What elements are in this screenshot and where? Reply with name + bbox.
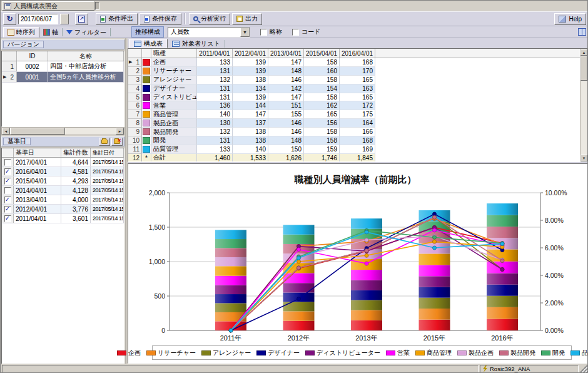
subtoolbar: 時序列 軸 フィルター 推移構成 人員数 ▼ 略称 コード — [1, 26, 588, 38]
basedate-checkbox[interactable]: ✓ — [4, 206, 11, 213]
composition-row[interactable]: 11品質管理133140150159169 — [128, 145, 580, 154]
basedate-row[interactable]: ✓2013/04/014,0002017/05/14 15:35:1 — [2, 195, 124, 205]
basedate-row[interactable]: 2014/04/014,1282017/05/14 15:35:1 — [2, 186, 124, 195]
composition-row[interactable]: 3アレンジャー132138146158165 — [128, 76, 580, 84]
count-cell: 164 — [340, 119, 375, 128]
basedate-row[interactable]: ✓2016/04/014,5812017/05/14 15:35:1 — [2, 167, 124, 176]
svg-text:2016年: 2016年 — [491, 334, 513, 342]
basedate-when-cell: 2017/05/14 15:35:1 — [91, 158, 124, 166]
series-color-swatch — [143, 111, 150, 118]
app-icon — [4, 3, 11, 9]
count-cell: 139 — [233, 58, 268, 67]
count-cell: 138 — [233, 128, 268, 136]
save-conditions-button[interactable]: 条件保存 — [139, 13, 181, 25]
date-column-header[interactable]: 2011/04/01 — [197, 49, 233, 58]
tab-timeseries[interactable]: 時序列 — [3, 27, 39, 38]
legend-swatch — [117, 350, 126, 355]
tab-composition-table[interactable]: 構成表 — [129, 39, 168, 48]
basedate-row[interactable]: 2017/04/014,6442017/05/14 15:35:1 — [2, 158, 124, 167]
series-color-swatch — [143, 94, 150, 101]
row-number: 9 — [128, 128, 142, 136]
composition-row[interactable]: 4デザイナー131134142154163 — [128, 84, 580, 93]
composition-row[interactable]: 7商品管理140147155165175 — [128, 110, 580, 119]
composition-row[interactable]: 8製品企画130137146156164 — [128, 119, 580, 128]
list-icon — [172, 41, 180, 47]
basedate-checkbox[interactable]: ✓ — [4, 197, 11, 203]
count-cell: 146 — [268, 76, 304, 84]
refresh-button[interactable]: ↻ — [3, 13, 16, 25]
date-picker-button[interactable] — [60, 14, 69, 24]
resize-grip[interactable] — [580, 365, 587, 372]
composition-row[interactable]: 9製品開発132138146158166 — [128, 128, 580, 136]
count-cell: 158 — [304, 128, 340, 136]
abbr-checkbox[interactable] — [260, 29, 267, 36]
job-column-header[interactable]: 職種 — [151, 49, 197, 58]
row-number: 8 — [128, 119, 142, 128]
composition-row[interactable]: ▶1企画133139147158168 — [128, 58, 580, 67]
tab-target-list[interactable]: 対象者リスト — [168, 40, 225, 48]
filter-icon — [66, 30, 73, 34]
version-hscrollbar[interactable]: ◄ ► — [1, 127, 124, 135]
scroll-down-icon[interactable]: ▼ — [580, 155, 587, 161]
scroll-up-icon[interactable]: ▲ — [580, 49, 587, 56]
count-cell: 155 — [268, 110, 304, 119]
total-marker: * — [142, 154, 151, 161]
svg-text:1,000: 1,000 — [149, 258, 165, 265]
date-column-header[interactable]: 2015/04/01 — [304, 49, 340, 58]
version-row[interactable]: 10002四国・中部店舗分析 — [2, 61, 124, 72]
open-window-button[interactable] — [75, 13, 88, 25]
date-input[interactable] — [18, 14, 58, 24]
scroll-right-icon[interactable]: ► — [116, 128, 124, 135]
legend-swatch — [201, 350, 211, 355]
composition-total-row[interactable]: 12*合計1,4601,5331,6261,7461,845 — [128, 154, 580, 161]
tab-axis[interactable]: 軸 — [39, 28, 63, 36]
columns-view-icon[interactable] — [578, 28, 586, 36]
date-column-header[interactable]: 2012/04/01 — [233, 49, 268, 58]
composition-row[interactable]: 10開発131138148158168 — [128, 136, 580, 145]
basedate-count-column[interactable]: 集計件数 — [61, 148, 91, 157]
basedate-row[interactable]: ✓2015/04/014,2932017/05/14 15:35:1 — [2, 176, 124, 186]
row-number: 4 — [128, 84, 142, 93]
help-button[interactable]: Help — [554, 13, 586, 25]
folder-open-button[interactable] — [99, 138, 110, 146]
run-analysis-button[interactable]: 分析実行 — [189, 13, 230, 25]
count-cell: 151 — [268, 101, 304, 110]
scroll-left-icon[interactable]: ◄ — [2, 128, 10, 135]
version-id-column[interactable]: ID — [17, 51, 48, 61]
basedate-checkbox[interactable]: ✓ — [4, 215, 11, 222]
count-cell: 147 — [233, 110, 268, 119]
hscroll-thumb[interactable] — [10, 128, 65, 135]
basedate-when-column[interactable]: 集計日付 — [91, 148, 124, 157]
basedate-row[interactable]: ✓2012/04/013,7762017/05/14 15:35:1 — [2, 205, 124, 214]
load-conditions-button[interactable]: 条件呼出 — [96, 13, 138, 25]
composition-row[interactable]: 6営業136144151162172 — [128, 101, 580, 110]
output-button[interactable]: 出力 — [232, 13, 262, 25]
folder-delete-button[interactable]: ✕ — [111, 138, 123, 146]
abbr-checkbox-item[interactable]: 略称 — [260, 28, 282, 36]
date-column-header[interactable]: 2016/04/01 — [340, 49, 375, 58]
count-cell: 132 — [197, 76, 233, 84]
tab-composition-label: 構成表 — [144, 39, 163, 48]
basedate-checkbox[interactable] — [4, 187, 11, 194]
date-column-header[interactable]: 2013/04/01 — [268, 49, 304, 58]
code-checkbox[interactable] — [292, 29, 299, 36]
basedate-date-column[interactable]: 基準日 — [14, 148, 61, 157]
code-checkbox-item[interactable]: コード — [292, 28, 320, 36]
composition-row[interactable]: 5ディストリビューター131139147158165 — [128, 93, 580, 102]
table-vscrollbar[interactable]: ▲ ▼ — [580, 49, 588, 161]
toolbar-separator — [185, 13, 186, 24]
svg-text:0: 0 — [161, 327, 165, 334]
basedate-row[interactable]: ✓2011/04/013,6012017/05/14 15:35:1 — [2, 214, 124, 223]
composition-row[interactable]: 2リサーチャー131139148160170 — [128, 67, 580, 76]
version-name-column[interactable]: 名称 — [48, 51, 124, 61]
window-title-tab[interactable]: 人員構成表照会 — [2, 1, 94, 11]
basedate-checkbox[interactable] — [4, 159, 11, 166]
version-row[interactable]: ▶20001全国5ヵ年人員推移分析 — [2, 72, 124, 83]
vscroll-thumb[interactable] — [580, 56, 587, 81]
chevron-down-icon[interactable]: ▼ — [240, 28, 250, 37]
title-nub — [95, 2, 99, 10]
basedate-checkbox[interactable]: ✓ — [4, 168, 11, 175]
basedate-checkbox[interactable]: ✓ — [4, 178, 11, 185]
tab-filter[interactable]: フィルター — [63, 28, 111, 36]
transition-select[interactable]: 人員数 ▼ — [168, 27, 250, 38]
